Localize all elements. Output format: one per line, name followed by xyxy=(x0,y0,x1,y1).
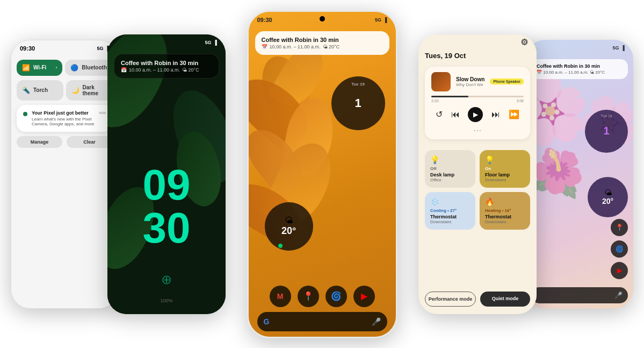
notification-panel: Your Pixel just got better now Learn wha… xyxy=(17,105,112,132)
smart-tile-floorlamp[interactable]: 💡 On Floor lamp Downstairs xyxy=(480,150,530,188)
forward-btn[interactable]: ⏩ xyxy=(509,109,519,119)
weather-widget-center: 🌤 20° xyxy=(265,202,313,251)
weather-left1: 🌤 20°C xyxy=(182,67,199,73)
left2-screen: 09:30 5G ▐ 📶 Wi-Fi › 🔵 Bluetooth xyxy=(11,40,118,308)
notif-card-left1: Coffee with Robin in 30 min 📅 10.00 a.m.… xyxy=(114,54,219,79)
manage-button[interactable]: Manage xyxy=(17,136,62,148)
right2-screen: 🌸 🌺 🌸 5G ▐ Coffee with Robin in 30 min 📅… xyxy=(526,40,633,309)
qs-bluetooth[interactable]: 🔵 Bluetooth xyxy=(65,60,112,76)
youtube-icon-right2: ▶ xyxy=(617,267,622,274)
app-youtube[interactable]: ▶ xyxy=(353,286,375,307)
music-title: Slow Down xyxy=(456,76,484,82)
clock-min: 30 xyxy=(107,207,226,250)
weather-widget-right2: 🌤 20° xyxy=(588,177,628,217)
next-btn[interactable]: ⏭ xyxy=(491,110,500,119)
pagination-dots: • • • xyxy=(431,124,524,134)
signal-left2: 5G xyxy=(97,46,104,51)
floorlamp-status: On xyxy=(485,166,525,171)
desklamp-icon: 💡 xyxy=(430,155,470,164)
music-progress xyxy=(431,96,524,97)
notif-row: Your Pixel just got better now Learn wha… xyxy=(23,110,106,126)
mic-icon[interactable]: 🎤 xyxy=(372,317,381,326)
phone-right1: ⚙ Tues, 19 Oct Slow Down Why Don't We Ph… xyxy=(418,34,537,314)
music-header: Slow Down Why Don't We Phone Speaker xyxy=(431,72,524,91)
prev-btn[interactable]: ⏮ xyxy=(451,110,460,119)
left1-screen: 5G ▐ Coffee with Robin in 30 min 📅 10.00… xyxy=(107,34,226,314)
weather-temp-right2: 20° xyxy=(602,197,613,205)
replay-btn[interactable]: ↺ xyxy=(436,109,443,119)
smart-tile-thermostat-heat[interactable]: 🔥 Heating • 16° Thermostat Downstairs xyxy=(480,192,530,230)
maps-icon: 📍 xyxy=(303,291,314,301)
calendar-icon: 📅 xyxy=(121,67,127,73)
music-time-total: 3:08 xyxy=(516,99,524,103)
qs-torch-label: Torch xyxy=(33,87,48,93)
notif-sub-right2: 📅 10.00 a.m. – 11.00 a.m. 🌤 20°C xyxy=(537,70,623,75)
signal-right1: ⚙ xyxy=(520,37,528,47)
maps-icon-right2: 📍 xyxy=(616,224,624,231)
app-gmail[interactable]: M xyxy=(270,286,291,307)
app-photos[interactable]: 🌀 xyxy=(325,286,347,307)
battery-right2: ▐ xyxy=(621,45,625,51)
qs-wifi[interactable]: 📶 Wi-Fi › xyxy=(17,60,62,76)
notif-actions: Manage Clear xyxy=(17,136,112,148)
signal-center: 5G ▐ xyxy=(375,17,387,23)
quiet-mode-btn[interactable]: Quiet mode xyxy=(480,292,530,307)
app-maps[interactable]: 📍 xyxy=(298,286,319,307)
speaker-badge: Phone Speaker xyxy=(490,79,524,84)
app-dock-right2: 📍 🌀 ▶ xyxy=(611,219,628,279)
music-controls: ↺ ⏮ ▶ ⏭ ⏩ xyxy=(431,107,524,122)
clear-button[interactable]: Clear xyxy=(67,136,112,148)
heat-status: Heating • 16° xyxy=(485,208,525,213)
qs-bluetooth-label: Bluetooth xyxy=(82,65,107,70)
cool-icon: ❄️ xyxy=(430,197,470,206)
gmail-icon: M xyxy=(277,292,284,301)
torch-icon: 🔦 xyxy=(22,87,30,94)
google-logo: G xyxy=(264,317,270,326)
mic-icon-right2[interactable]: 🎤 xyxy=(614,292,623,299)
youtube-icon: ▶ xyxy=(361,291,367,301)
notif-title-left1: Coffee with Robin in 30 min xyxy=(121,60,212,66)
app-youtube-right2[interactable]: ▶ xyxy=(611,262,628,279)
smart-tile-desklamp[interactable]: 💡 Off Desk lamp Office xyxy=(425,150,475,188)
phone-left1: 5G ▐ Coffee with Robin in 30 min 📅 10.00… xyxy=(107,34,226,314)
notif-body-left2: Learn what's new with the Pixel Camera, … xyxy=(32,117,106,126)
qs-darktheme[interactable]: 🌙 Dark theme xyxy=(66,80,113,101)
smart-tile-thermostat-cool[interactable]: ❄️ Cooling • 27° Thermostat Downstairs xyxy=(425,192,475,230)
signal-right2: 5G ▐ xyxy=(613,45,625,51)
notif-title-left2: Your Pixel just got better xyxy=(32,110,89,116)
time-center: 09:30 xyxy=(257,17,272,23)
weather-icon-right2: 🌤 xyxy=(604,188,612,197)
floorlamp-room: Downstairs xyxy=(485,177,525,182)
fingerprint-icon: ⊕ xyxy=(161,272,172,287)
album-art xyxy=(431,72,451,91)
phone-left2: 09:30 5G ▐ 📶 Wi-Fi › 🔵 Bluetooth xyxy=(11,40,118,309)
app-dock-center: M 📍 🌀 ▶ xyxy=(270,286,375,307)
music-info: Slow Down Why Don't We xyxy=(456,76,484,87)
signal-area-left1: 5G ▐ xyxy=(205,40,217,45)
notif-subtitle-center: 📅 10.00 a.m. – 11.00 a.m. 🌤 20°C xyxy=(262,44,383,49)
search-bar-right2[interactable]: 🎤 xyxy=(531,287,628,303)
qs-row-1: 📶 Wi-Fi › 🔵 Bluetooth xyxy=(17,60,112,76)
performance-mode-btn[interactable]: Performance mode xyxy=(425,292,476,307)
phone-center: 09:30 5G ▐ Coffee with Robin in 30 min 📅… xyxy=(247,10,397,338)
search-bar-center[interactable]: G 🎤 xyxy=(257,312,387,331)
notif-card-center: Coffee with Robin in 30 min 📅 10.00 a.m.… xyxy=(255,31,389,55)
heat-room: Downstairs xyxy=(485,219,525,224)
battery-center: ▐ xyxy=(383,17,387,23)
weather-icon-center: 🌤 xyxy=(285,216,293,225)
app-maps-right2[interactable]: 📍 xyxy=(611,219,628,236)
music-time-current: 2:20 xyxy=(431,99,439,103)
clock-time-center: 1 xyxy=(354,97,361,109)
settings-btn[interactable]: ⚙ xyxy=(520,37,528,47)
play-btn[interactable]: ▶ xyxy=(468,107,483,122)
smart-header: Tues, 19 Oct xyxy=(425,52,530,60)
app-photos-right2[interactable]: 🌀 xyxy=(611,240,628,258)
qs-wifi-label: Wi-Fi xyxy=(33,65,46,70)
music-artist: Why Don't We xyxy=(456,82,484,87)
clock-hour: 09 xyxy=(107,164,226,207)
weather-center: 🌤 20°C xyxy=(323,44,340,49)
smart-bottom-btns: Performance mode Quiet mode xyxy=(425,292,530,307)
notif-content: Your Pixel just got better now Learn wha… xyxy=(32,110,106,126)
qs-torch[interactable]: 🔦 Torch xyxy=(17,80,63,101)
phone-right2: 🌸 🌺 🌸 5G ▐ Coffee with Robin in 30 min 📅… xyxy=(526,40,633,309)
